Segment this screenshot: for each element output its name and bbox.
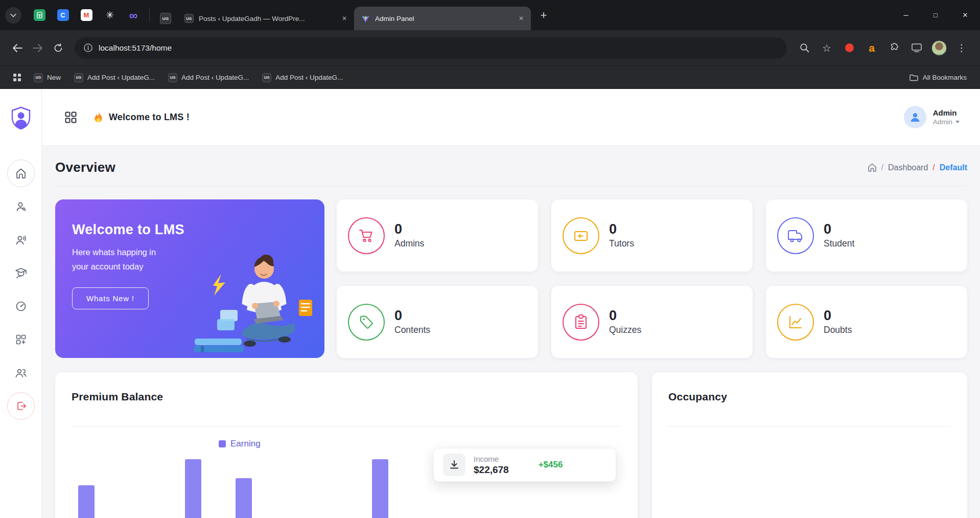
apps-grid-icon[interactable] bbox=[8, 69, 26, 86]
reload-button[interactable] bbox=[48, 38, 68, 58]
admin-user-icon bbox=[15, 201, 27, 212]
sidebar-item-contents[interactable] bbox=[7, 326, 35, 353]
stat-label: Contents bbox=[394, 325, 430, 335]
zoom-search-icon[interactable] bbox=[796, 39, 813, 57]
bookmark-label: Add Post ‹ UpdateG... bbox=[181, 74, 249, 81]
adblock-icon[interactable] bbox=[841, 39, 858, 57]
tab-posts-updategadh[interactable]: UG Posts ‹ UpdateGadh — WordPre... ✕ bbox=[177, 7, 354, 30]
sidebar-item-home[interactable] bbox=[7, 160, 35, 187]
bookmark-star-icon[interactable]: ☆ bbox=[818, 39, 835, 57]
meta-infinity-icon[interactable]: ∞ bbox=[127, 9, 140, 22]
sidebar-item-tutors[interactable] bbox=[7, 226, 35, 254]
tab-close-button[interactable]: ✕ bbox=[339, 13, 350, 24]
infinity-glyph: ∞ bbox=[129, 9, 137, 22]
stat-value: 0 bbox=[394, 308, 430, 324]
menu-toggle-button[interactable] bbox=[65, 111, 77, 123]
stats-grid: 0 Admins 0 Tutors bbox=[337, 199, 967, 358]
monitor-icon bbox=[912, 43, 922, 52]
bookmark-add-post-3[interactable]: UG Add Post ‹ UpdateG... bbox=[257, 71, 348, 85]
magnifier-icon bbox=[800, 43, 809, 53]
welcome-title: Welcome to LMS ! bbox=[109, 112, 190, 123]
stat-value: 0 bbox=[609, 222, 634, 237]
sheets-grid-icon bbox=[37, 12, 42, 18]
sheets-extension-icon[interactable] bbox=[33, 9, 46, 22]
forward-arrow-icon bbox=[33, 44, 43, 52]
lms-logo[interactable] bbox=[10, 106, 32, 130]
stat-icon-ring bbox=[348, 304, 385, 341]
browser-menu-icon[interactable]: ⋮ bbox=[953, 39, 970, 57]
stat-value: 0 bbox=[609, 308, 641, 324]
occupancy-card: Occupancy bbox=[652, 372, 967, 518]
stat-label: Tutors bbox=[609, 238, 634, 249]
new-tab-button[interactable]: + bbox=[535, 7, 552, 24]
tab-search-button[interactable] bbox=[5, 7, 21, 24]
address-bar[interactable]: localhost:5173/home bbox=[75, 37, 787, 59]
home-breadcrumb-icon[interactable] bbox=[868, 163, 877, 172]
all-bookmarks-button[interactable]: All Bookmarks bbox=[904, 71, 972, 84]
close-button[interactable]: ✕ bbox=[950, 0, 980, 30]
premium-balance-card: Premium Balance Earning Income $22, bbox=[55, 372, 638, 518]
cart-icon bbox=[358, 228, 375, 244]
earning-bars bbox=[55, 372, 638, 518]
forward-button[interactable] bbox=[28, 38, 48, 58]
stat-label: Student bbox=[824, 238, 854, 249]
download-icon bbox=[449, 460, 459, 470]
grid-icon bbox=[13, 73, 21, 82]
fire-icon bbox=[94, 112, 103, 123]
logout-icon bbox=[15, 400, 27, 412]
maximize-button[interactable]: □ bbox=[921, 0, 950, 30]
back-button[interactable] bbox=[7, 38, 28, 58]
reload-icon bbox=[54, 43, 63, 53]
tag-icon bbox=[358, 314, 375, 330]
sidebar-item-students[interactable] bbox=[7, 259, 35, 287]
sidebar-item-community[interactable] bbox=[7, 359, 35, 387]
stat-card-contents: 0 Contents bbox=[337, 286, 538, 358]
gmail-icon[interactable]: M bbox=[80, 9, 93, 22]
ug-favicon: UG bbox=[262, 73, 271, 82]
profile-avatar[interactable] bbox=[930, 39, 948, 57]
stat-icon-ring bbox=[348, 217, 385, 254]
amazon-icon[interactable]: a bbox=[863, 39, 880, 57]
bookmark-add-post-1[interactable]: UG Add Post ‹ UpdateG... bbox=[69, 71, 160, 85]
minimize-button[interactable]: ─ bbox=[891, 0, 921, 30]
vite-favicon bbox=[361, 14, 370, 23]
sidebar-item-dashboard[interactable] bbox=[7, 292, 35, 320]
grid-plus-icon bbox=[15, 334, 27, 345]
tab-title: Admin Panel bbox=[375, 15, 510, 22]
openai-glyph: ✳ bbox=[106, 9, 114, 21]
tab-close-button[interactable]: ✕ bbox=[516, 13, 527, 24]
breadcrumb: / Dashboard / Default bbox=[868, 163, 967, 172]
claude-extension-icon[interactable]: C bbox=[56, 9, 69, 22]
user-info: Admin Admin bbox=[933, 108, 960, 126]
breadcrumb-default[interactable]: Default bbox=[940, 163, 967, 172]
stat-value: 0 bbox=[824, 308, 852, 324]
earning-bar bbox=[372, 459, 388, 518]
bus-icon bbox=[787, 228, 804, 243]
sidebar-item-admins[interactable] bbox=[7, 193, 35, 220]
bookmark-label: Add Post ‹ UpdateG... bbox=[87, 74, 155, 81]
header-title-wrap: Welcome to LMS ! bbox=[94, 112, 190, 123]
puzzle-icon bbox=[890, 43, 899, 53]
stat-card-tutors: 0 Tutors bbox=[551, 199, 753, 272]
tab-title: Posts ‹ UpdateGadh — WordPre... bbox=[199, 15, 334, 22]
pinned-tab-updategadh[interactable]: UG bbox=[154, 7, 177, 30]
user-avatar bbox=[904, 106, 926, 128]
ug-favicon: UG bbox=[74, 73, 83, 82]
bookmark-add-post-2[interactable]: UG Add Post ‹ UpdateG... bbox=[163, 71, 254, 85]
bookmark-new[interactable]: UG New bbox=[29, 71, 66, 85]
extensions-puzzle-icon[interactable] bbox=[885, 39, 903, 57]
folder-icon bbox=[909, 74, 918, 81]
breadcrumb-dashboard[interactable]: Dashboard bbox=[888, 163, 928, 172]
download-badge[interactable] bbox=[443, 454, 465, 476]
openai-icon[interactable]: ✳ bbox=[103, 9, 116, 22]
stat-label: Admins bbox=[394, 238, 424, 249]
tab-organizer-icon[interactable] bbox=[908, 39, 925, 57]
lms-admin-page: Welcome to LMS ! Admin Admin Overview bbox=[0, 89, 980, 518]
divider bbox=[668, 426, 951, 426]
tab-admin-panel[interactable]: Admin Panel ✕ bbox=[354, 7, 531, 30]
chevron-down-icon bbox=[10, 13, 16, 17]
whats-new-button[interactable]: Whats New ! bbox=[72, 287, 149, 309]
user-menu[interactable]: Admin Admin bbox=[904, 106, 960, 128]
amazon-letter: a bbox=[869, 42, 875, 53]
sidebar-item-logout[interactable] bbox=[7, 392, 35, 420]
